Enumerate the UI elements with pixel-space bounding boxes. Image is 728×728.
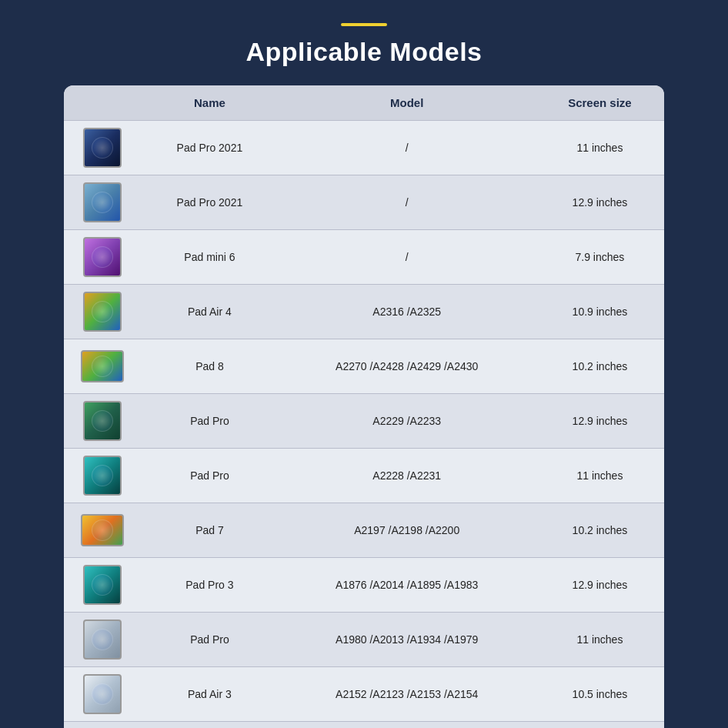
- table-row: Pad Air 3 A2152 /A2123 /A2153 /A2154 10.…: [64, 667, 664, 722]
- cell-name: Pad Pro: [141, 613, 278, 667]
- cell-model: A1980 /A2013 /A1934 /A1979: [279, 613, 536, 667]
- cell-image: [64, 667, 141, 722]
- col-header-name: Name: [141, 85, 278, 121]
- table-row: Pad Pro A2229 /A2233 12.9 inches: [64, 394, 664, 449]
- cell-screen: 10.9 inches: [536, 285, 664, 339]
- cell-name: Pad mini 6: [141, 230, 278, 285]
- cell-name: Pad Pro: [141, 394, 278, 449]
- cell-model: A2270 /A2428 /A2429 /A2430: [279, 339, 536, 394]
- device-image: [80, 180, 125, 225]
- cell-model: A2229 /A2233: [279, 394, 536, 449]
- device-image: [80, 344, 125, 389]
- device-image: [80, 235, 125, 279]
- cell-image: [64, 503, 141, 558]
- cell-model: A1876 /A2014 /A1895 /A1983: [279, 558, 536, 613]
- table-row: Pad 7 A2197 /A2198 /A2200 10.2 inches: [64, 503, 664, 558]
- device-image: [80, 563, 125, 607]
- col-header-model: Model: [279, 85, 536, 121]
- device-image: [80, 617, 125, 662]
- title-section: Applicable Models: [246, 23, 483, 67]
- table-row: Pad mini 6 / 7.9 inches: [64, 230, 664, 285]
- table-container: Name Model Screen size Pad Pro 2021 / 11…: [64, 85, 664, 728]
- cell-image: [64, 230, 141, 285]
- cell-model: /: [279, 121, 536, 175]
- cell-screen: 10.5 inches: [536, 667, 664, 722]
- device-image: [80, 453, 125, 498]
- cell-screen: 7.9 inches: [536, 230, 664, 285]
- cell-image: [64, 613, 141, 667]
- cell-model: A2197 /A2198 /A2200: [279, 503, 536, 558]
- title-underline: [341, 23, 387, 26]
- table-row: Pad Air 4 A2316 /A2325 10.9 inches: [64, 285, 664, 339]
- cell-image: [64, 449, 141, 503]
- cell-image: [64, 558, 141, 613]
- table-row: Pad Pro A2228 /A2231 11 inches: [64, 449, 664, 503]
- cell-screen: 12.9 inches: [536, 394, 664, 449]
- table-row: Pad mini 5 A2133 /A2124 /A2126 /A2125 7.…: [64, 722, 664, 729]
- device-image: [80, 672, 125, 716]
- table-row: Pad Pro 2021 / 11 inches: [64, 121, 664, 175]
- cell-image: [64, 339, 141, 394]
- cell-screen: 10.2 inches: [536, 339, 664, 394]
- cell-model: A2316 /A2325: [279, 285, 536, 339]
- col-header-image: [64, 85, 141, 121]
- table-row: Pad Pro 2021 / 12.9 inches: [64, 175, 664, 230]
- table-header-row: Name Model Screen size: [64, 85, 664, 121]
- cell-name: Pad Air 3: [141, 667, 278, 722]
- models-table: Name Model Screen size Pad Pro 2021 / 11…: [64, 85, 664, 728]
- cell-screen: 11 inches: [536, 449, 664, 503]
- cell-name: Pad mini 5: [141, 722, 278, 729]
- cell-screen: 12.9 inches: [536, 558, 664, 613]
- cell-model: A2152 /A2123 /A2153 /A2154: [279, 667, 536, 722]
- cell-screen: 10.2 inches: [536, 503, 664, 558]
- cell-name: Pad 7: [141, 503, 278, 558]
- cell-name: Pad Pro: [141, 449, 278, 503]
- cell-model: A2133 /A2124 /A2126 /A2125: [279, 722, 536, 729]
- table-row: Pad 8 A2270 /A2428 /A2429 /A2430 10.2 in…: [64, 339, 664, 394]
- cell-model: /: [279, 230, 536, 285]
- device-image: [80, 125, 125, 170]
- cell-model: A2228 /A2231: [279, 449, 536, 503]
- cell-name: Pad 8: [141, 339, 278, 394]
- device-image: [80, 289, 125, 334]
- cell-image: [64, 175, 141, 230]
- col-header-screen: Screen size: [536, 85, 664, 121]
- cell-image: [64, 285, 141, 339]
- cell-screen: 7.9 inches: [536, 722, 664, 729]
- cell-name: Pad Pro 2021: [141, 121, 278, 175]
- cell-screen: 11 inches: [536, 613, 664, 667]
- cell-name: Pad Pro 2021: [141, 175, 278, 230]
- device-image: [80, 399, 125, 443]
- cell-screen: 12.9 inches: [536, 175, 664, 230]
- table-row: Pad Pro A1980 /A2013 /A1934 /A1979 11 in…: [64, 613, 664, 667]
- table-row: Pad Pro 3 A1876 /A2014 /A1895 /A1983 12.…: [64, 558, 664, 613]
- cell-screen: 11 inches: [536, 121, 664, 175]
- cell-name: Pad Pro 3: [141, 558, 278, 613]
- cell-image: [64, 121, 141, 175]
- cell-name: Pad Air 4: [141, 285, 278, 339]
- page-title: Applicable Models: [246, 37, 483, 67]
- device-image: [80, 508, 125, 553]
- cell-image: [64, 722, 141, 729]
- cell-model: /: [279, 175, 536, 230]
- cell-image: [64, 394, 141, 449]
